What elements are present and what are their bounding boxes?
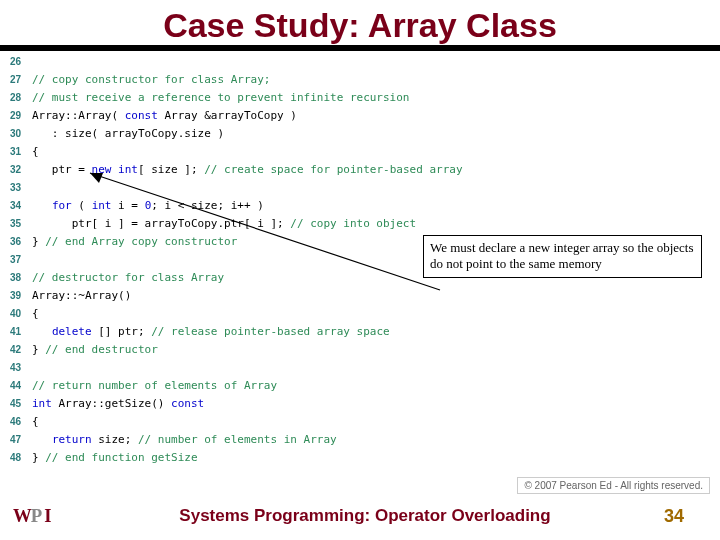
line-number: 45	[10, 395, 32, 413]
page-number: 34	[664, 506, 720, 527]
code-text: }	[32, 341, 45, 359]
code-text: {	[32, 143, 39, 161]
code-keyword: int	[118, 161, 138, 179]
code-text: ptr =	[32, 161, 92, 179]
wpi-logo-icon: W P I	[12, 503, 66, 529]
line-number: 46	[10, 413, 32, 431]
line-number: 41	[10, 323, 32, 341]
code-text: i =	[112, 197, 145, 215]
code-keyword: int	[92, 197, 112, 215]
code-text: Array::Array(	[32, 107, 125, 125]
code-comment: // end Array copy constructor	[45, 233, 237, 251]
code-text: Array &arrayToCopy )	[158, 107, 297, 125]
callout-box: We must declare a new integer array so t…	[423, 235, 702, 278]
code-text	[32, 197, 52, 215]
line-number: 43	[10, 359, 32, 377]
line-number: 42	[10, 341, 32, 359]
code-text: }	[32, 233, 45, 251]
line-number: 39	[10, 287, 32, 305]
code-text: [] ptr;	[92, 323, 152, 341]
line-number: 38	[10, 269, 32, 287]
code-text: }	[32, 449, 45, 467]
line-number: 30	[10, 125, 32, 143]
code-text	[32, 323, 52, 341]
code-comment: // number of elements in Array	[138, 431, 337, 449]
line-number: 40	[10, 305, 32, 323]
code-text	[111, 161, 118, 179]
line-number: 36	[10, 233, 32, 251]
line-number: 28	[10, 89, 32, 107]
code-comment: // destructor for class Array	[32, 269, 224, 287]
line-number: 26	[10, 53, 32, 71]
code-keyword: for	[52, 197, 72, 215]
code-comment: // end destructor	[45, 341, 158, 359]
code-text: Array::getSize()	[52, 395, 171, 413]
code-text	[32, 431, 52, 449]
copyright-label: © 2007 Pearson Ed - All rights reserved.	[517, 477, 710, 494]
line-number: 44	[10, 377, 32, 395]
code-text: Array::~Array()	[32, 287, 131, 305]
line-number: 32	[10, 161, 32, 179]
line-number: 33	[10, 179, 32, 197]
line-number: 31	[10, 143, 32, 161]
slide-footer: W P I Systems Programming: Operator Over…	[0, 498, 720, 534]
line-number: 48	[10, 449, 32, 467]
code-text: {	[32, 305, 39, 323]
code-text: size;	[92, 431, 138, 449]
line-number: 35	[10, 215, 32, 233]
line-number: 47	[10, 431, 32, 449]
code-comment: // return number of elements of Array	[32, 377, 277, 395]
code-comment: // release pointer-based array space	[151, 323, 389, 341]
code-text: (	[72, 197, 92, 215]
code-keyword: return	[52, 431, 92, 449]
code-text: [ size ];	[138, 161, 204, 179]
code-keyword: const	[171, 395, 204, 413]
code-keyword: const	[125, 107, 158, 125]
code-comment: // end function getSize	[45, 449, 197, 467]
code-text: {	[32, 413, 39, 431]
code-comment: // copy constructor for class Array;	[32, 71, 270, 89]
code-comment: // copy into object	[290, 215, 416, 233]
svg-text:P: P	[31, 505, 42, 526]
slide-title: Case Study: Array Class	[0, 0, 720, 45]
code-comment: // must receive a reference to prevent i…	[32, 89, 410, 107]
code-comment: // create space for pointer-based array	[204, 161, 462, 179]
line-number: 29	[10, 107, 32, 125]
line-number: 34	[10, 197, 32, 215]
line-number: 27	[10, 71, 32, 89]
code-text: ptr[ i ] = arrayToCopy.ptr[ i ];	[32, 215, 290, 233]
svg-text:I: I	[44, 505, 51, 526]
code-keyword: delete	[52, 323, 92, 341]
code-keyword: 0	[145, 197, 152, 215]
svg-text:W: W	[13, 505, 32, 526]
code-text: : size( arrayToCopy.size )	[32, 125, 224, 143]
code-keyword: new	[92, 161, 112, 179]
code-keyword: int	[32, 395, 52, 413]
code-text: ; i < size; i++ )	[151, 197, 264, 215]
line-number: 37	[10, 251, 32, 269]
title-divider	[0, 45, 720, 51]
footer-text: Systems Programming: Operator Overloadin…	[66, 506, 664, 526]
